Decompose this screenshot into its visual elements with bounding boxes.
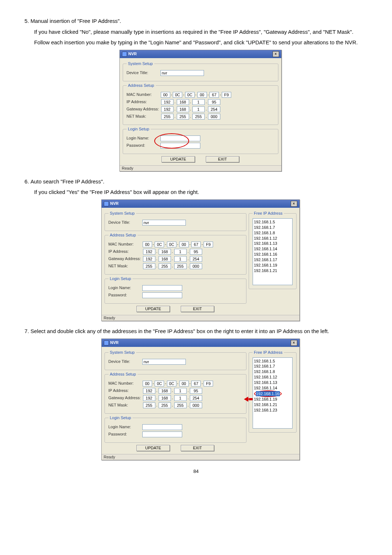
status-bar: Ready (102, 454, 299, 460)
gw-1[interactable] (159, 256, 171, 262)
ip-3[interactable] (190, 249, 202, 255)
mac-0[interactable] (161, 92, 170, 98)
login-setup-group: Login Setup Login Name: Password: (105, 277, 246, 304)
list-item[interactable]: 192.168.1.7 (254, 364, 291, 369)
close-icon[interactable]: × (273, 51, 279, 57)
exit-button[interactable]: EXIT (206, 156, 239, 162)
list-item[interactable]: 192.168.1.13 (254, 241, 291, 246)
mac-0[interactable] (143, 242, 152, 247)
ip-1[interactable] (159, 249, 171, 255)
gw-0[interactable] (143, 395, 155, 401)
list-item[interactable]: 192.168.1.5 (254, 219, 291, 225)
list-item[interactable]: 192.168.1.19 (254, 397, 291, 402)
mac-0[interactable] (143, 381, 152, 386)
mac-2[interactable] (167, 242, 176, 247)
mac-3[interactable] (179, 242, 189, 247)
mac-1[interactable] (155, 381, 164, 386)
nm-1[interactable] (177, 114, 189, 119)
gw-3[interactable] (190, 395, 202, 401)
list-item[interactable]: 192.168.1.7 (254, 225, 291, 230)
mac-1[interactable] (155, 242, 164, 247)
nm-3[interactable] (190, 402, 202, 408)
ip-3[interactable] (208, 99, 220, 105)
ip-1[interactable] (177, 99, 189, 105)
close-icon[interactable]: × (291, 201, 297, 207)
gw-2[interactable] (192, 106, 205, 112)
mac-4[interactable] (209, 92, 219, 98)
list-item[interactable]: 192.168.1.12 (254, 374, 291, 380)
ip-1[interactable] (159, 388, 171, 394)
mac-3[interactable] (179, 381, 189, 386)
nm-0[interactable] (143, 263, 155, 269)
ip-0[interactable] (161, 99, 173, 105)
label-netmask: NET Mask: (127, 114, 160, 118)
list-item[interactable]: 192.168.1.17 (254, 257, 291, 263)
mac-5[interactable] (204, 381, 213, 386)
password-input[interactable] (142, 292, 182, 298)
step6-body: If you clicked "Yes" the "Free IP Addres… (34, 189, 199, 195)
close-icon[interactable]: × (291, 340, 297, 346)
list-item[interactable]: 192.168.1.14 (254, 246, 291, 252)
update-button[interactable]: UPDATE (136, 445, 170, 451)
gw-0[interactable] (143, 256, 155, 262)
nm-1[interactable] (159, 402, 171, 408)
login-name-input[interactable] (142, 424, 182, 430)
list-item[interactable]: 192.168.1.16 (254, 252, 291, 257)
login-name-input[interactable] (142, 285, 182, 291)
update-button[interactable]: UPDATE (136, 306, 170, 312)
label-login-name: Login Name: (109, 286, 142, 290)
nm-3[interactable] (190, 263, 202, 269)
mac-2[interactable] (185, 92, 195, 98)
ip-0[interactable] (143, 388, 155, 394)
mac-4[interactable] (191, 381, 201, 386)
list-item[interactable]: 192.168.1.19 (254, 263, 291, 268)
app-icon (122, 52, 127, 57)
ip-2[interactable] (174, 249, 187, 255)
gw-2[interactable] (174, 256, 187, 262)
mac-2[interactable] (167, 381, 176, 386)
exit-button[interactable]: EXIT (181, 445, 214, 451)
device-title-input[interactable] (160, 70, 204, 76)
mac-4[interactable] (191, 242, 201, 247)
ip-2[interactable] (174, 388, 187, 394)
nm-2[interactable] (192, 114, 205, 119)
ip-2[interactable] (192, 99, 205, 105)
exit-button[interactable]: EXIT (181, 306, 214, 312)
list-item[interactable]: 192.168.1.14 (254, 385, 291, 391)
mac-1[interactable] (173, 92, 182, 98)
list-item[interactable]: 192.168.1.13 (254, 380, 291, 385)
gw-1[interactable] (159, 395, 171, 401)
nm-0[interactable] (143, 402, 155, 408)
nm-2[interactable] (174, 263, 187, 269)
nm-1[interactable] (159, 263, 171, 269)
free-ip-list[interactable]: 192.168.1.5 192.168.1.7 192.168.1.8 192.… (253, 357, 293, 429)
update-button[interactable]: UPDATE (162, 156, 195, 162)
ip-0[interactable] (143, 249, 155, 255)
gw-1[interactable] (177, 106, 189, 112)
mac-5[interactable] (222, 92, 231, 98)
list-item[interactable]: 192.168.1.23 (254, 408, 291, 413)
ip-3[interactable] (190, 388, 202, 394)
list-item[interactable]: 192.168.1.8 (254, 230, 291, 236)
label-device-title: Device Title: (127, 71, 160, 75)
nm-3[interactable] (208, 114, 220, 119)
gw-3[interactable] (208, 106, 220, 112)
gw-3[interactable] (190, 256, 202, 262)
password-input[interactable] (142, 432, 182, 437)
list-item[interactable]: 192.168.1.12 (254, 236, 291, 241)
free-ip-list[interactable]: 192.168.1.5 192.168.1.7 192.168.1.8 192.… (253, 218, 293, 285)
list-item-selected[interactable]: 192.168.1.16 (254, 391, 291, 397)
gw-2[interactable] (174, 395, 187, 401)
list-item[interactable]: 192.168.1.8 (254, 369, 291, 374)
mac-3[interactable] (197, 92, 207, 98)
list-item[interactable]: 192.168.1.5 (254, 358, 291, 364)
device-title-input[interactable] (142, 359, 186, 365)
list-item[interactable]: 192.168.1.21 (254, 402, 291, 408)
nm-2[interactable] (174, 402, 187, 408)
address-setup-group: Address Setup MAC Number: - - - - - (105, 233, 246, 275)
list-item[interactable]: 192.168.1.21 (254, 268, 291, 274)
device-title-input[interactable] (142, 220, 186, 226)
mac-5[interactable] (204, 242, 213, 247)
nm-0[interactable] (161, 114, 173, 119)
gw-0[interactable] (161, 106, 173, 112)
